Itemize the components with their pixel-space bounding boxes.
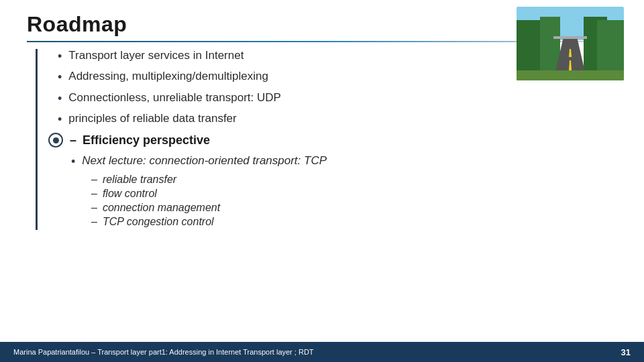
next-lecture-section: Next lecture: connection-oriented transp…: [58, 154, 617, 228]
vertical-line: [36, 49, 38, 230]
active-item-row: – Efficiency perspective: [58, 133, 617, 147]
svg-rect-8: [517, 70, 624, 80]
active-bullet-inner: [53, 137, 59, 143]
list-item: principles of reliable data transfer: [58, 112, 617, 127]
next-lecture-item: Next lecture: connection-oriented transp…: [71, 154, 617, 170]
list-item: Connectionless, unreliable transport: UD…: [58, 91, 617, 107]
svg-rect-9: [553, 36, 587, 39]
list-item: – TCP congestion control: [91, 216, 617, 228]
footer-page-number: 31: [621, 347, 631, 357]
footer: Marina Papatriantafilou – Transport laye…: [0, 342, 644, 362]
list-item: – connection management: [91, 202, 617, 214]
sub-items-list: – reliable transfer – flow control – con…: [71, 174, 617, 228]
active-label: Efficiency perspective: [83, 133, 210, 147]
footer-text: Marina Papatriantafilou – Transport laye…: [13, 348, 314, 356]
list-item: – reliable transfer: [91, 174, 617, 186]
active-dash: –: [70, 133, 76, 147]
slide: Roadmap Transport layer services in Inte…: [0, 0, 644, 362]
road-image: [517, 7, 624, 80]
active-bullet: [48, 133, 63, 147]
list-item: – flow control: [91, 188, 617, 200]
active-item-text: – Efficiency perspective: [70, 133, 210, 147]
left-col: [27, 49, 46, 230]
